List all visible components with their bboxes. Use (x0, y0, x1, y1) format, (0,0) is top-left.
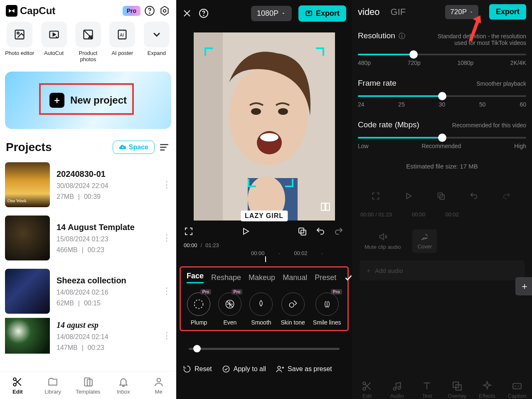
intensity-slider[interactable] (176, 331, 352, 360)
more-icon[interactable]: ⋮ (162, 330, 170, 341)
resolution-slider[interactable] (358, 54, 526, 55)
help-icon[interactable] (199, 8, 209, 18)
export-header: video GIF 720P Export (352, 0, 532, 28)
svg-text:AI: AI (120, 32, 124, 37)
add-button: ＋ (515, 277, 532, 295)
app-name: CapCut (20, 5, 55, 17)
svg-point-5 (17, 32, 19, 34)
more-icon[interactable]: ⋮ (162, 233, 170, 243)
nav-effects: Effects (472, 381, 502, 399)
projects-title: Projects (6, 141, 108, 154)
effect-even[interactable]: Pro Even (218, 292, 241, 326)
nav-edit: Edit (352, 381, 382, 399)
setting-code-rate: Code rate (Mbps) Recommended for this vi… (352, 117, 532, 159)
tab-manual[interactable]: Manual (283, 273, 307, 282)
play-icon (404, 191, 415, 202)
svg-marker-2 (161, 6, 168, 15)
video-preview[interactable]: LAZY GIRL (194, 32, 335, 221)
apply-to-all-button[interactable]: Apply to all (222, 365, 266, 373)
svg-point-34 (289, 303, 294, 307)
face-effects: Pro Plump Pro Even Smooth Skin tone Pro … (183, 285, 345, 326)
tool-autocut[interactable]: AutoCut (38, 22, 69, 62)
svg-point-32 (195, 300, 203, 309)
new-project-button[interactable]: ＋ New project (5, 72, 171, 129)
code-rate-slider[interactable] (358, 137, 526, 139)
pro-badge: Pro (200, 289, 212, 295)
export-settings-screen: video GIF 720P Export Resolution ⓘ Stand… (352, 0, 532, 399)
svg-point-1 (149, 13, 150, 13)
project-item[interactable]: One Week 20240830-01 30/08/2024 22:04 27… (5, 158, 176, 211)
effect-plump[interactable]: Pro Plump (187, 292, 210, 326)
crop-corner-icon (248, 179, 256, 187)
tool-expand[interactable]: Expand (141, 22, 172, 62)
compare-icon[interactable] (320, 201, 331, 212)
app-logo: CapCut (6, 5, 55, 17)
svg-rect-45 (513, 384, 521, 389)
tab-preset[interactable]: Preset (315, 273, 336, 282)
tool-product-photos[interactable]: AI Product photos (73, 22, 103, 62)
pro-badge[interactable]: Pro (123, 6, 140, 16)
setting-frame-rate: Frame rate Smoother playback 24 25 30 50… (352, 75, 532, 117)
setting-resolution: Resolution ⓘ Standard definition - the r… (352, 28, 532, 75)
close-icon[interactable] (182, 8, 192, 18)
resolution-dropdown[interactable]: 1080P (251, 6, 292, 21)
effect-smooth[interactable]: Smooth (249, 292, 273, 326)
cover-button: Cover (412, 229, 437, 253)
editor-screen: 1080P Export LAZY (176, 0, 352, 399)
capcut-logo-icon (6, 5, 17, 17)
frame-rate-slider[interactable] (358, 95, 526, 97)
nav-inbox[interactable]: Inbox (106, 372, 141, 399)
reset-button[interactable]: Reset (183, 365, 212, 373)
tab-video[interactable]: video (358, 7, 380, 17)
tab-gif[interactable]: GIF (391, 7, 406, 17)
retouch-tabs: Face Reshape Makeup Manual Preset (183, 270, 345, 285)
fullscreen-icon[interactable] (184, 226, 195, 237)
annotation-highlight (39, 83, 134, 115)
undo-icon[interactable] (315, 226, 326, 237)
crop-corner-icon (285, 179, 293, 187)
save-preset-button[interactable]: Save as preset (276, 365, 332, 373)
tab-face[interactable]: Face (187, 272, 204, 283)
help-icon[interactable] (144, 5, 155, 17)
redo-icon[interactable] (334, 226, 345, 237)
tab-reshape[interactable]: Reshape (211, 273, 241, 282)
project-list: One Week 20240830-01 30/08/2024 22:04 27… (0, 154, 176, 372)
effect-skin-tone[interactable]: Skin tone (281, 292, 305, 326)
project-item[interactable]: 14 agust esp 14/08/2024 02:14 147MB|00:2… (5, 318, 176, 354)
tab-makeup[interactable]: Makeup (249, 273, 275, 282)
space-button[interactable]: Space (113, 141, 155, 154)
crop-corner-icon (316, 47, 324, 56)
project-item[interactable]: Sheeza collection 14/08/2024 02:16 62MB|… (5, 265, 176, 318)
nav-library[interactable]: Library (35, 372, 71, 399)
settings-icon[interactable] (159, 5, 170, 17)
svg-point-23 (278, 108, 288, 115)
svg-point-22 (251, 108, 261, 115)
preview-caption: LAZY GIRL (241, 211, 288, 221)
svg-point-3 (163, 10, 166, 12)
export-button[interactable]: Export (298, 5, 346, 22)
nav-templates[interactable]: Templates (71, 372, 106, 399)
timeline-ruler[interactable]: 00:00·00:02· (176, 248, 352, 258)
nav-audio: Audio (382, 381, 412, 399)
playhead-icon[interactable] (265, 256, 266, 262)
bottom-nav: Edit Library Templates Inbox Me (0, 372, 176, 399)
play-icon[interactable] (241, 226, 251, 237)
svg-text:AI: AI (89, 35, 92, 39)
export-button[interactable]: Export (489, 4, 526, 20)
fullscreen-icon (371, 191, 382, 202)
copy-icon[interactable] (297, 226, 308, 237)
nav-me[interactable]: Me (141, 372, 176, 399)
tool-ai-poster[interactable]: AI AI poster (107, 22, 138, 62)
dimmed-editor-background: 00:00 / 01:23 00:00 00:02 Mute clip audi… (352, 186, 532, 311)
project-item[interactable]: 14 August Template 15/08/2024 01:23 466M… (5, 211, 176, 265)
confirm-icon[interactable] (344, 273, 353, 282)
tool-photo-editor[interactable]: Photo editor (4, 22, 35, 62)
tool-shortcuts: Photo editor AutoCut AI Product photos A… (0, 20, 176, 62)
nav-edit[interactable]: Edit (0, 372, 35, 399)
effect-smile-lines[interactable]: Pro Smile lines (313, 292, 341, 326)
sort-icon[interactable] (159, 143, 170, 152)
add-audio-button: ＋Add audio (360, 260, 525, 280)
more-icon[interactable]: ⋮ (162, 179, 170, 190)
info-icon[interactable]: ⓘ (399, 32, 405, 41)
more-icon[interactable]: ⋮ (162, 286, 170, 297)
